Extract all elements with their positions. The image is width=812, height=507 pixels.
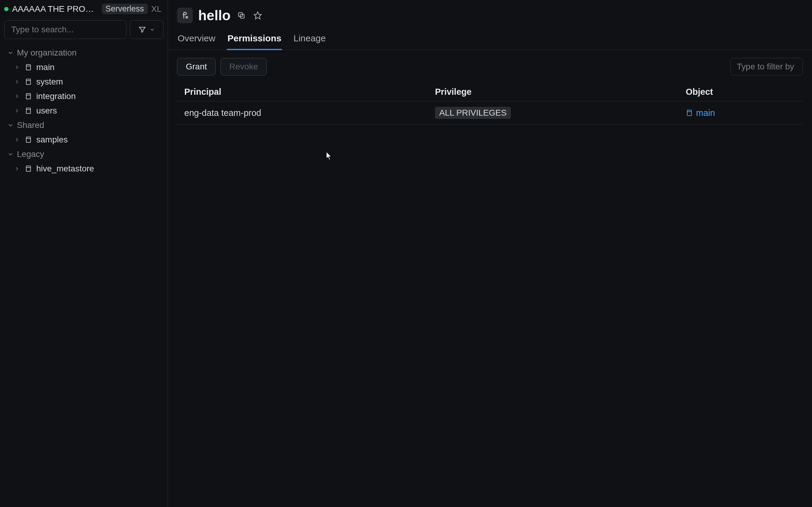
catalog-icon [24, 107, 33, 114]
tree-item-samples[interactable]: samples [1, 132, 166, 147]
svg-rect-0 [26, 65, 31, 70]
tree-item-label: users [36, 106, 57, 116]
cell-object: main [678, 101, 803, 125]
svg-rect-5 [26, 166, 31, 171]
col-object[interactable]: Object [678, 83, 803, 101]
tree-item-label: samples [36, 135, 68, 145]
page-title: hello [198, 7, 231, 23]
col-privilege[interactable]: Privilege [428, 83, 678, 101]
tree-item-hive-metastore[interactable]: hive_metastore [1, 162, 166, 176]
chevron-right-icon [13, 137, 20, 143]
catalog-icon [686, 109, 693, 116]
tree-group-shared[interactable]: Shared [1, 118, 166, 132]
table-header-row: Principal Privilege Object [177, 83, 803, 101]
filter-button[interactable] [130, 20, 163, 39]
permissions-filter-input[interactable] [730, 58, 803, 75]
tree-item-users[interactable]: users [1, 104, 166, 118]
tree-item-label: integration [36, 92, 76, 101]
catalog-tree: My organization main system [0, 44, 168, 178]
catalog-icon [24, 78, 33, 86]
svg-rect-2 [26, 94, 31, 99]
search-input[interactable] [4, 20, 126, 39]
sidebar-topbar: AAAAAA THE PRODU… Serverless XL [0, 0, 168, 17]
chevron-right-icon [13, 79, 20, 85]
chevron-right-icon [13, 64, 20, 70]
tree-group-legacy[interactable]: Legacy [1, 147, 166, 162]
tree-item-integration[interactable]: integration [1, 89, 166, 104]
svg-rect-1 [26, 79, 31, 84]
table-row[interactable]: eng-data team-prod ALL PRIVILEGES main [177, 101, 803, 125]
size-label: XL [151, 4, 162, 14]
revoke-button[interactable]: Revoke [220, 58, 267, 75]
svg-rect-3 [26, 108, 31, 113]
privilege-tag: ALL PRIVILEGES [435, 107, 511, 119]
tree-group-my-organization[interactable]: My organization [1, 46, 166, 60]
catalog-icon [24, 64, 33, 71]
permissions-toolbar: Grant Revoke [168, 50, 812, 83]
chevron-down-icon [7, 151, 14, 158]
svg-rect-9 [687, 110, 692, 116]
catalog-icon [24, 136, 33, 144]
col-principal[interactable]: Principal [177, 83, 428, 101]
chevron-down-icon [149, 26, 155, 33]
chevron-right-icon [13, 93, 20, 99]
chevron-down-icon [7, 50, 14, 56]
favorite-button[interactable] [252, 10, 263, 21]
chevron-right-icon [13, 108, 20, 114]
page-header: hello [168, 0, 812, 26]
tree-group-label-text: Legacy [17, 150, 44, 159]
grant-button[interactable]: Grant [177, 58, 216, 75]
sidebar-search-row [0, 17, 168, 44]
chevron-down-icon [7, 122, 14, 128]
sidebar: AAAAAA THE PRODU… Serverless XL [0, 0, 168, 507]
permissions-table: Principal Privilege Object eng-data team… [177, 83, 803, 125]
chevron-right-icon [13, 166, 20, 172]
project-name[interactable]: AAAAAA THE PRODU… [12, 4, 98, 14]
tree-group-label-text: Shared [17, 120, 44, 130]
tree-item-label: main [36, 62, 55, 72]
copy-button[interactable] [236, 10, 247, 21]
funnel-icon [138, 25, 146, 34]
svg-rect-4 [26, 137, 31, 143]
catalog-icon [24, 93, 33, 100]
cell-privilege: ALL PRIVILEGES [428, 101, 678, 125]
cell-principal: eng-data team-prod [177, 101, 428, 125]
object-link[interactable]: main [696, 108, 715, 118]
tab-overview[interactable]: Overview [177, 32, 216, 50]
tree-item-label: system [36, 77, 63, 87]
tree-group-label-text: My organization [17, 48, 77, 58]
function-icon [177, 7, 193, 23]
serverless-chip: Serverless [102, 4, 148, 14]
catalog-icon [24, 165, 33, 172]
tree-item-main[interactable]: main [1, 60, 166, 74]
tabs: Overview Permissions Lineage [168, 26, 812, 50]
tab-lineage[interactable]: Lineage [293, 32, 326, 50]
tree-item-system[interactable]: system [1, 74, 166, 89]
status-indicator-icon [4, 7, 8, 11]
main-panel: hello Overview Permissions Lineage Grant… [168, 0, 812, 507]
tab-permissions[interactable]: Permissions [227, 32, 282, 50]
tree-item-label: hive_metastore [36, 164, 94, 174]
svg-marker-8 [254, 12, 261, 19]
